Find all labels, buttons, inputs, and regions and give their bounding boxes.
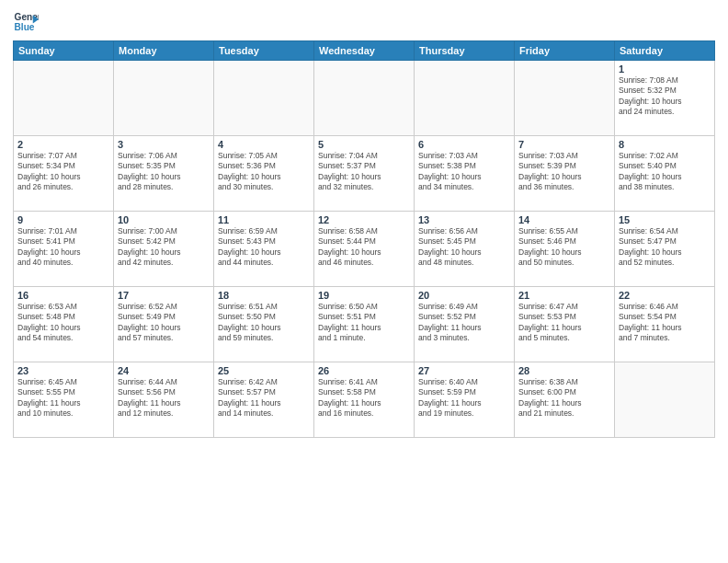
day-number: 17 — [118, 290, 210, 301]
day-number: 23 — [17, 365, 109, 376]
calendar-cell: 21Sunrise: 6:47 AM Sunset: 5:53 PM Dayli… — [515, 287, 615, 362]
header: General Blue — [13, 9, 715, 35]
day-number: 16 — [17, 290, 109, 301]
calendar-cell: 2Sunrise: 7:07 AM Sunset: 5:34 PM Daylig… — [14, 136, 114, 212]
day-info: Sunrise: 7:05 AM Sunset: 5:36 PM Dayligh… — [218, 151, 310, 193]
calendar-cell — [214, 61, 314, 136]
calendar-cell: 9Sunrise: 7:01 AM Sunset: 5:41 PM Daylig… — [14, 212, 114, 287]
page: General Blue SundayMondayTuesdayWednesda… — [0, 0, 728, 563]
day-info: Sunrise: 7:02 AM Sunset: 5:40 PM Dayligh… — [619, 151, 711, 193]
week-row-5: 23Sunrise: 6:45 AM Sunset: 5:55 PM Dayli… — [14, 362, 715, 438]
day-info: Sunrise: 7:04 AM Sunset: 5:37 PM Dayligh… — [318, 151, 410, 193]
calendar-cell: 8Sunrise: 7:02 AM Sunset: 5:40 PM Daylig… — [615, 136, 715, 212]
day-info: Sunrise: 6:41 AM Sunset: 5:58 PM Dayligh… — [318, 377, 410, 419]
day-number: 20 — [418, 290, 510, 301]
day-number: 19 — [318, 290, 410, 301]
day-number: 28 — [518, 365, 610, 376]
day-info: Sunrise: 6:45 AM Sunset: 5:55 PM Dayligh… — [17, 377, 109, 419]
day-number: 24 — [118, 365, 210, 376]
day-number: 22 — [619, 290, 711, 301]
day-number: 9 — [17, 214, 109, 225]
calendar-cell — [314, 61, 415, 136]
calendar-cell: 20Sunrise: 6:49 AM Sunset: 5:52 PM Dayli… — [415, 287, 515, 362]
weekday-header-row: SundayMondayTuesdayWednesdayThursdayFrid… — [14, 41, 715, 61]
calendar-cell: 3Sunrise: 7:06 AM Sunset: 5:35 PM Daylig… — [114, 136, 214, 212]
calendar-cell: 22Sunrise: 6:46 AM Sunset: 5:54 PM Dayli… — [615, 287, 715, 362]
day-info: Sunrise: 6:44 AM Sunset: 5:56 PM Dayligh… — [118, 377, 210, 419]
calendar-cell — [515, 61, 615, 136]
calendar-cell — [415, 61, 515, 136]
day-info: Sunrise: 7:03 AM Sunset: 5:39 PM Dayligh… — [518, 151, 610, 193]
day-info: Sunrise: 6:40 AM Sunset: 5:59 PM Dayligh… — [418, 377, 510, 419]
day-number: 10 — [118, 214, 210, 225]
calendar-cell: 14Sunrise: 6:55 AM Sunset: 5:46 PM Dayli… — [515, 212, 615, 287]
day-info: Sunrise: 7:01 AM Sunset: 5:41 PM Dayligh… — [17, 226, 109, 269]
day-info: Sunrise: 6:51 AM Sunset: 5:50 PM Dayligh… — [218, 302, 310, 344]
weekday-header-thursday: Thursday — [415, 41, 515, 61]
day-info: Sunrise: 6:59 AM Sunset: 5:43 PM Dayligh… — [218, 226, 310, 269]
day-number: 5 — [318, 139, 410, 150]
day-info: Sunrise: 6:42 AM Sunset: 5:57 PM Dayligh… — [218, 377, 310, 419]
day-number: 15 — [619, 214, 711, 225]
logo: General Blue — [13, 9, 39, 35]
day-info: Sunrise: 6:56 AM Sunset: 5:45 PM Dayligh… — [418, 226, 510, 269]
calendar-cell: 12Sunrise: 6:58 AM Sunset: 5:44 PM Dayli… — [314, 212, 415, 287]
day-info: Sunrise: 6:38 AM Sunset: 6:00 PM Dayligh… — [518, 377, 610, 419]
calendar-cell: 18Sunrise: 6:51 AM Sunset: 5:50 PM Dayli… — [214, 287, 314, 362]
day-info: Sunrise: 7:07 AM Sunset: 5:34 PM Dayligh… — [17, 151, 109, 193]
day-info: Sunrise: 6:53 AM Sunset: 5:48 PM Dayligh… — [17, 302, 109, 344]
day-number: 21 — [518, 290, 610, 301]
day-number: 13 — [418, 214, 510, 225]
calendar-cell: 27Sunrise: 6:40 AM Sunset: 5:59 PM Dayli… — [415, 362, 515, 438]
day-info: Sunrise: 6:55 AM Sunset: 5:46 PM Dayligh… — [518, 226, 610, 269]
calendar-cell — [114, 61, 214, 136]
week-row-2: 2Sunrise: 7:07 AM Sunset: 5:34 PM Daylig… — [14, 136, 715, 212]
calendar-cell: 28Sunrise: 6:38 AM Sunset: 6:00 PM Dayli… — [515, 362, 615, 438]
day-number: 4 — [218, 139, 310, 150]
day-info: Sunrise: 6:46 AM Sunset: 5:54 PM Dayligh… — [619, 302, 711, 344]
calendar-table: SundayMondayTuesdayWednesdayThursdayFrid… — [13, 40, 715, 438]
day-info: Sunrise: 6:47 AM Sunset: 5:53 PM Dayligh… — [518, 302, 610, 344]
calendar-cell: 17Sunrise: 6:52 AM Sunset: 5:49 PM Dayli… — [114, 287, 214, 362]
calendar-cell: 11Sunrise: 6:59 AM Sunset: 5:43 PM Dayli… — [214, 212, 314, 287]
calendar-cell: 6Sunrise: 7:03 AM Sunset: 5:38 PM Daylig… — [415, 136, 515, 212]
weekday-header-wednesday: Wednesday — [314, 41, 415, 61]
calendar-cell: 1Sunrise: 7:08 AM Sunset: 5:32 PM Daylig… — [615, 61, 715, 136]
day-info: Sunrise: 6:49 AM Sunset: 5:52 PM Dayligh… — [418, 302, 510, 344]
weekday-header-tuesday: Tuesday — [214, 41, 314, 61]
calendar-cell: 15Sunrise: 6:54 AM Sunset: 5:47 PM Dayli… — [615, 212, 715, 287]
weekday-header-saturday: Saturday — [615, 41, 715, 61]
day-number: 25 — [218, 365, 310, 376]
svg-text:Blue: Blue — [15, 22, 35, 32]
day-info: Sunrise: 6:54 AM Sunset: 5:47 PM Dayligh… — [619, 226, 711, 269]
day-info: Sunrise: 6:50 AM Sunset: 5:51 PM Dayligh… — [318, 302, 410, 344]
calendar-cell — [14, 61, 114, 136]
day-number: 6 — [418, 139, 510, 150]
calendar-cell: 13Sunrise: 6:56 AM Sunset: 5:45 PM Dayli… — [415, 212, 515, 287]
day-info: Sunrise: 7:00 AM Sunset: 5:42 PM Dayligh… — [118, 226, 210, 269]
calendar-cell: 10Sunrise: 7:00 AM Sunset: 5:42 PM Dayli… — [114, 212, 214, 287]
calendar-cell: 24Sunrise: 6:44 AM Sunset: 5:56 PM Dayli… — [114, 362, 214, 438]
calendar-cell: 7Sunrise: 7:03 AM Sunset: 5:39 PM Daylig… — [515, 136, 615, 212]
weekday-header-friday: Friday — [515, 41, 615, 61]
day-number: 3 — [118, 139, 210, 150]
calendar-cell: 25Sunrise: 6:42 AM Sunset: 5:57 PM Dayli… — [214, 362, 314, 438]
calendar-cell — [615, 362, 715, 438]
week-row-3: 9Sunrise: 7:01 AM Sunset: 5:41 PM Daylig… — [14, 212, 715, 287]
day-number: 11 — [218, 214, 310, 225]
calendar-cell: 23Sunrise: 6:45 AM Sunset: 5:55 PM Dayli… — [14, 362, 114, 438]
day-info: Sunrise: 6:52 AM Sunset: 5:49 PM Dayligh… — [118, 302, 210, 344]
day-number: 27 — [418, 365, 510, 376]
day-number: 7 — [518, 139, 610, 150]
week-row-1: 1Sunrise: 7:08 AM Sunset: 5:32 PM Daylig… — [14, 61, 715, 136]
weekday-header-sunday: Sunday — [14, 41, 114, 61]
day-info: Sunrise: 7:06 AM Sunset: 5:35 PM Dayligh… — [118, 151, 210, 193]
calendar-cell: 26Sunrise: 6:41 AM Sunset: 5:58 PM Dayli… — [314, 362, 415, 438]
day-number: 18 — [218, 290, 310, 301]
day-info: Sunrise: 7:08 AM Sunset: 5:32 PM Dayligh… — [619, 75, 711, 118]
calendar-cell: 19Sunrise: 6:50 AM Sunset: 5:51 PM Dayli… — [314, 287, 415, 362]
weekday-header-monday: Monday — [114, 41, 214, 61]
day-info: Sunrise: 6:58 AM Sunset: 5:44 PM Dayligh… — [318, 226, 410, 269]
day-number: 14 — [518, 214, 610, 225]
day-number: 8 — [619, 139, 711, 150]
